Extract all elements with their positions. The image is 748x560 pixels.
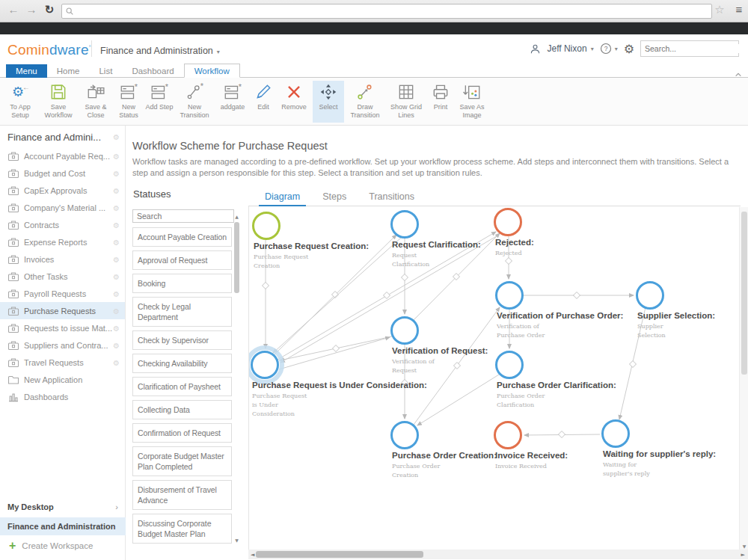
sidebar-item-company-s-material[interactable]: Company's Material ...⚙ <box>0 199 125 216</box>
status-item[interactable]: Clarification of Paysheet <box>132 377 232 396</box>
transition-edge-pocr-vpo[interactable] <box>414 307 500 425</box>
tab-dashboard[interactable]: Dashboard <box>122 64 183 79</box>
sidebar-item-requests-to-issue-mat[interactable]: Requests to issue Mat...⚙ <box>0 319 125 336</box>
sidebar-item-account-payable-req[interactable]: Account Payable Req...⚙ <box>0 147 125 164</box>
status-item[interactable]: Disbursement of Travel Advance <box>132 480 232 510</box>
workflow-node-rej[interactable]: Rejected:Rejected <box>495 209 534 257</box>
gear-icon[interactable]: ⚙ <box>113 152 120 160</box>
sidebar-item-travel-requests[interactable]: Travel Requests⚙ <box>0 354 125 371</box>
url-bar[interactable] <box>61 4 712 19</box>
forward-arrow-icon[interactable]: → <box>24 3 39 16</box>
gear-icon[interactable]: ⚙ <box>113 358 120 366</box>
sidebar-item-contracts[interactable]: Contracts⚙ <box>0 216 125 233</box>
gear-icon[interactable]: ⚙ <box>113 186 120 194</box>
statuses-search-input[interactable] <box>132 209 234 223</box>
status-item[interactable]: Account Payable Creation <box>132 227 232 247</box>
edit-button[interactable]: Edit <box>251 81 275 123</box>
add-step-button[interactable]: *Add Step <box>145 81 174 123</box>
diagram-tab-transitions[interactable]: Transitions <box>363 188 420 206</box>
diagram-vertical-scrollbar[interactable]: ▼ <box>739 207 748 550</box>
status-item[interactable]: Discussing Corporate Budget Master Plan <box>132 514 232 544</box>
transition-midpoint-diamond[interactable] <box>263 283 269 289</box>
transition-edge-pruc-vr[interactable] <box>279 337 390 369</box>
save-as-image-button[interactable]: Save As Image <box>455 81 489 123</box>
sidebar-item-suppliers-and-contra[interactable]: Suppliers and Contra...⚙ <box>0 336 125 354</box>
draw-transition-button[interactable]: Draw Transition <box>346 81 384 123</box>
transition-edge-wsr-ir[interactable] <box>524 431 600 438</box>
workflow-node-ir[interactable]: Invoice Received:Invoice Received <box>495 422 568 470</box>
transition-edge-rc-vr[interactable] <box>402 238 408 314</box>
sidebar-item-expense-reports[interactable]: Expense Reports⚙ <box>0 233 125 250</box>
transition-midpoint-diamond[interactable] <box>384 292 390 299</box>
global-search[interactable] <box>640 40 739 57</box>
tab-list[interactable]: List <box>89 64 122 79</box>
help-icon[interactable]: ? <box>600 43 612 55</box>
workflow-node-pocr[interactable]: Purchase Order Creation:Purchase OrderCr… <box>392 422 497 479</box>
sidebar-workspace-title[interactable]: Finance and Admini...⚙ <box>0 126 125 147</box>
status-item[interactable]: Checking Availability <box>132 354 232 373</box>
gear-icon[interactable]: ⚙ <box>113 203 120 212</box>
back-arrow-icon[interactable]: ← <box>6 3 21 16</box>
save-workflow-button[interactable]: Save Workflow <box>39 81 78 123</box>
transition-midpoint-diamond[interactable] <box>402 274 408 281</box>
status-item[interactable]: Approval of Request <box>132 250 232 270</box>
scroll-left-icon[interactable]: ◄ <box>251 552 254 558</box>
transition-edge-pruc-rc[interactable] <box>275 235 396 354</box>
scrollbar-thumb[interactable] <box>741 212 747 375</box>
new-transition-button[interactable]: *New Transition <box>175 81 214 123</box>
transition-midpoint-diamond[interactable] <box>454 363 461 369</box>
workflow-node-vpo[interactable]: Verification of Purchase Order:Verificat… <box>496 283 623 339</box>
create-workspace-button[interactable]: +Create Workspace <box>0 537 126 555</box>
gear-icon[interactable]: ⚙ <box>113 341 120 349</box>
sidebar-item-my-desktop[interactable]: My Desktop› <box>0 498 126 516</box>
addgate-button[interactable]: *addgate <box>215 81 250 123</box>
transition-edge-rej-pruc[interactable] <box>280 235 499 363</box>
tab-home[interactable]: Home <box>47 64 90 79</box>
transition-edge-vpo-ss[interactable] <box>523 292 634 299</box>
search-input[interactable] <box>645 44 746 53</box>
sidebar-item-invoices[interactable]: Invoices⚙ <box>0 250 125 268</box>
scroll-down-icon[interactable]: ▼ <box>741 544 748 549</box>
status-item[interactable]: Collecting Data <box>132 400 232 419</box>
diagram-tab-diagram[interactable]: Diagram <box>259 188 306 206</box>
workflow-node-ss[interactable]: Supplier Selection:SupplierSelection <box>637 283 716 339</box>
scrollbar-thumb[interactable] <box>234 222 239 293</box>
refresh-icon[interactable]: ↻ <box>42 3 57 16</box>
select-button[interactable]: Select <box>313 81 344 123</box>
workflow-node-vr[interactable]: Verification of Request:Verification ofR… <box>391 318 488 375</box>
workflow-node-wsr[interactable]: Waiting for supplier's reply:Waiting for… <box>603 421 717 478</box>
tab-workflow[interactable]: Workflow <box>184 64 240 78</box>
gear-icon[interactable]: ⚙ <box>113 238 120 246</box>
transition-edge-poc-pocr[interactable] <box>417 375 499 425</box>
gear-icon[interactable]: ⚙ <box>113 255 120 263</box>
diagram-horizontal-scrollbar[interactable]: ◄ ► <box>248 550 748 559</box>
status-item[interactable]: Corporate Budget Master Plan Completed <box>132 446 232 476</box>
status-item[interactable]: Check by Legal Department <box>132 297 232 327</box>
scroll-right-icon[interactable]: ► <box>741 552 745 558</box>
show-grid-lines-button[interactable]: Show Grid Lines <box>386 81 426 123</box>
sidebar-item-payroll-requests[interactable]: Payroll Requests⚙ <box>0 285 125 302</box>
to-app-setup-button[interactable]: ⚙←To App Setup <box>3 81 37 123</box>
workspace-selector[interactable]: Finance and Administration▾ <box>100 46 220 56</box>
remove-button[interactable]: Remove <box>277 81 311 123</box>
tab-menu[interactable]: Menu <box>6 64 47 79</box>
workflow-diagram[interactable]: Purchase Request Creation:Purchase Reque… <box>248 206 739 550</box>
diagram-tab-steps[interactable]: Steps <box>316 188 352 206</box>
gear-icon[interactable]: ⚙ <box>624 42 634 56</box>
transition-midpoint-diamond[interactable] <box>333 345 340 352</box>
transition-midpoint-diamond[interactable] <box>506 258 512 265</box>
print-button[interactable]: Print <box>428 81 453 123</box>
url-input[interactable] <box>74 7 711 16</box>
chevron-down-icon[interactable]: ▾ <box>615 46 618 52</box>
chevron-down-icon[interactable]: ▾ <box>591 46 594 52</box>
transition-midpoint-diamond[interactable] <box>574 292 580 299</box>
gear-icon[interactable]: ⚙ <box>113 221 120 229</box>
status-item[interactable]: Check by Supervisor <box>132 330 232 350</box>
workflow-node-poc[interactable]: Purchase Order Clarification:Purchase Or… <box>497 352 616 409</box>
statuses-scrollbar[interactable]: ▲ ▼ <box>233 214 240 543</box>
scrollbar-thumb[interactable] <box>256 551 423 558</box>
sidebar-item-capex-approvals[interactable]: CapEx Approvals⚙ <box>0 182 125 199</box>
sidebar-item-other-tasks[interactable]: Other Tasks⚙ <box>0 268 125 285</box>
save-close-button[interactable]: Save & Close <box>79 81 112 123</box>
sidebar-item-budget-and-cost[interactable]: Budget and Cost⚙ <box>0 164 125 182</box>
